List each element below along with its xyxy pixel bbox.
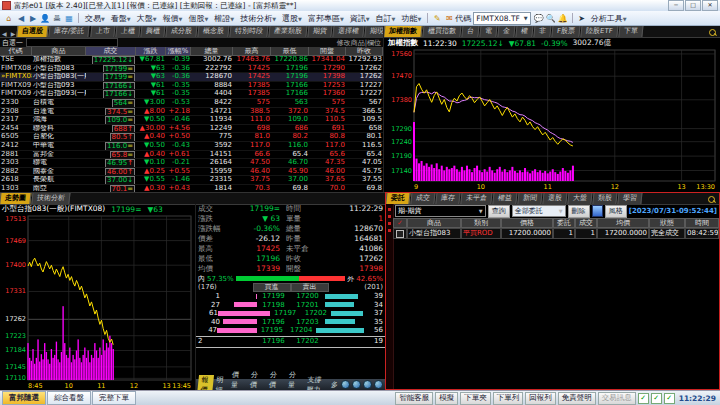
orders-column-header-0[interactable]: ✓ — [393, 218, 407, 228]
index-intraday-chart[interactable]: 1756017470173801729017240171901714091011… — [384, 48, 719, 191]
table-row[interactable]: FIMTX09小型台指09317166↓▼61-0.35888417385171… — [0, 82, 383, 91]
pager-dot-icon[interactable] — [352, 380, 361, 389]
index-tab-6[interactable]: 非 — [533, 26, 551, 37]
orders-tab-7[interactable]: 大盤 — [567, 193, 592, 204]
printer-icon[interactable]: 🖶 — [52, 14, 62, 23]
watchlist-tab-4[interactable]: 興櫃 — [140, 26, 165, 37]
bell-icon[interactable]: 🔔 — [558, 14, 568, 23]
watchlist-tab-10[interactable]: 選擇權 — [332, 26, 364, 37]
menu-技術分析[interactable]: 技術分析▼ — [240, 14, 276, 23]
workspace-tab-2[interactable]: 完整下單 — [92, 391, 136, 405]
tab-scroll-left-icon[interactable]: ◀ — [0, 30, 9, 37]
table-row[interactable]: FIMTX09小型台指093(一般)17166↓▼61-0.3544041738… — [0, 90, 383, 99]
orders-tab-0[interactable]: 委託 — [386, 193, 411, 204]
watchlist-tab-0[interactable]: 自選股 — [17, 26, 49, 37]
depth-row[interactable]: 40171961720335 — [196, 318, 385, 327]
column-header-1[interactable]: 商品 — [32, 47, 86, 56]
close-button[interactable]: ✕ — [702, 0, 718, 11]
table-row[interactable]: 2317鴻海109.0=▼0.50-0.4611934111.0109.0110… — [0, 116, 383, 125]
index-tab-3[interactable]: 電 — [479, 26, 497, 37]
index-tab-0[interactable]: 加權指數 — [384, 26, 423, 37]
forward-icon[interactable]: ▶ — [28, 14, 38, 23]
user-icon[interactable]: 👤 — [40, 14, 50, 23]
symbol-code-input[interactable]: FIMTX08.TF ▼ — [473, 12, 530, 25]
watchlist-tab-11[interactable]: 期現 — [364, 26, 383, 37]
column-header-9[interactable]: 昨收 — [346, 47, 383, 56]
table-row[interactable]: »FIMTX08小型台指083(一般)17199=▼63-0.361286701… — [0, 73, 383, 82]
menu-個股[interactable]: 個股▼ — [188, 14, 208, 23]
orders-tab-5[interactable]: 新聞 — [517, 193, 542, 204]
column-header-2[interactable]: 成交 — [86, 47, 136, 56]
orders-column-header-1[interactable]: 商品 — [407, 218, 461, 228]
orders-tab-8[interactable]: 類股 — [592, 193, 617, 204]
index-tab-5[interactable]: 權 — [515, 26, 533, 37]
table-row[interactable]: 6505台塑化80.5↑▲0.40+0.5077581.080.280.880.… — [0, 133, 383, 142]
column-header-8[interactable]: 開盤 — [309, 47, 346, 56]
edit-columns-button[interactable]: 修改商品|欄位 — [337, 38, 381, 48]
column-header-4[interactable]: 漲幅% — [166, 47, 191, 56]
orders-column-header-5[interactable]: 成交 — [575, 218, 597, 228]
style-button[interactable]: 風格 — [605, 205, 627, 218]
pager-dot-icon[interactable] — [341, 380, 350, 389]
pen-icon[interactable]: ✎ — [432, 14, 442, 23]
watchlist-tab-3[interactable]: 上櫃 — [115, 26, 140, 37]
watchlist-tab-1[interactable]: 庫存/委託 — [49, 26, 91, 37]
maximize-button[interactable]: □ — [685, 0, 701, 11]
home-icon[interactable]: ⌂ — [4, 14, 14, 23]
detail-tab-0[interactable]: 走勢圖 — [0, 193, 32, 204]
menu-自訂[interactable]: 自訂▼ — [376, 14, 396, 23]
orders-column-header-8[interactable]: 時間 — [685, 218, 719, 228]
index-tab-8[interactable]: 陸股ETF — [580, 26, 618, 37]
orders-tab-3[interactable]: 未平倉 — [460, 193, 492, 204]
statusbar-button-免責聲明[interactable]: 免責聲明 — [558, 392, 596, 405]
table-row[interactable]: 2303聯電46.95↑▼0.10-0.212616447.5046.7047.… — [0, 159, 383, 168]
statusbar-button-下單列[interactable]: 下單列 — [493, 392, 524, 405]
pager-dot-icon[interactable] — [363, 380, 372, 389]
index-tab-9[interactable]: 下單 — [618, 26, 643, 37]
orders-column-header-6[interactable]: 均價 — [597, 218, 649, 228]
statusbar-button-回報列[interactable]: 回報列 — [525, 392, 556, 405]
orders-column-header-4[interactable]: 委託 — [553, 218, 575, 228]
order-filter-select[interactable]: 全部委託▼ — [512, 205, 566, 217]
analysis-tools-menu[interactable]: 分析工具▼ — [591, 13, 627, 24]
table-row[interactable]: 2881富邦金65.8=▲0.40+0.611415166.665.465.66… — [0, 151, 383, 160]
table-row[interactable]: FIMTX08小型台指08317199=▼63-0.36222792174251… — [0, 65, 383, 74]
table-row[interactable]: 2412中華電116.0=▼0.50-0.433592117.0116.0117… — [0, 142, 383, 151]
index-tab-7[interactable]: F股票 — [551, 26, 580, 37]
watchlist-tab-7[interactable]: 特別時段 — [229, 26, 268, 37]
orders-tab-2[interactable]: 庫存 — [435, 193, 460, 204]
mail-icon[interactable]: ✉ — [444, 14, 454, 23]
search-icon[interactable]: 🔍 — [546, 14, 556, 23]
watchlist-tab-6[interactable]: 概念股 — [197, 26, 229, 37]
table-row[interactable]: TSE加權指數17225.12↓▼67.81-0.393002.7617463.… — [0, 56, 383, 65]
workspace-tab-1[interactable]: 綜合看盤 — [47, 391, 91, 405]
table-row[interactable]: 2330台積電564=▼3.00-0.538422575563575567 — [0, 99, 383, 108]
orders-tab-1[interactable]: 成交 — [410, 193, 435, 204]
quote-view-tab-7[interactable]: 多 — [327, 380, 341, 390]
menu-交易[interactable]: 交易▼ — [85, 14, 105, 23]
delete-button[interactable]: 刪除 — [568, 205, 590, 218]
menu-富邦專區[interactable]: 富邦專區▼ — [308, 14, 344, 23]
depth-row[interactable]: 47171951720456 — [196, 326, 385, 335]
index-tab-2[interactable]: 台 — [461, 26, 479, 37]
column-header-7[interactable]: 最低 — [271, 47, 309, 56]
column-header-6[interactable]: 最高 — [233, 47, 271, 56]
column-header-5[interactable]: 總量 — [191, 47, 233, 56]
back-icon[interactable]: ◀ — [16, 14, 26, 23]
table-row[interactable]: 2882國泰金46.00↑▲0.25+0.551595946.4045.9046… — [0, 168, 383, 177]
statusbar-button-交易訊息[interactable]: 交易訊息 — [598, 392, 636, 405]
watchlist-group-dropdown[interactable] — [26, 38, 118, 47]
minimize-button[interactable]: ─ — [668, 0, 684, 11]
column-header-0[interactable]: 代碼 — [0, 47, 32, 56]
index-tab-4[interactable]: 金 — [497, 26, 515, 37]
detail-tab-1[interactable]: 技術分析 — [31, 193, 70, 204]
watchlist-group-name[interactable]: 自選一 — [2, 38, 23, 48]
menu-資訊[interactable]: 資訊▼ — [350, 14, 370, 23]
menu-大盤[interactable]: 大盤▼ — [137, 14, 157, 23]
orders-column-header-2[interactable]: 類別 — [461, 218, 501, 228]
depth-row[interactable]: 1171991720039 — [196, 292, 385, 301]
orders-column-header-3[interactable]: 價格 — [501, 218, 553, 228]
index-tab-1[interactable]: 櫃買指數 — [422, 26, 461, 37]
magnifier-icon[interactable] — [708, 28, 717, 37]
statusbar-button-模擬[interactable]: 模擬 — [435, 392, 458, 405]
